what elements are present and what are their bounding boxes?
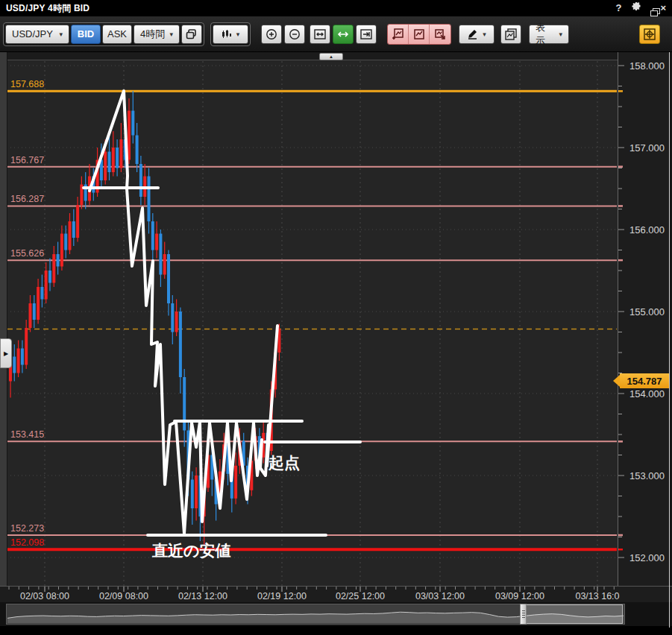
candle-body [195,476,198,508]
fit-width-button[interactable] [333,25,354,44]
candle-body [175,312,178,332]
time-axis-label: 02/19 12:00 [257,591,307,601]
chart-list-button[interactable] [409,25,430,44]
candle-body [13,357,16,373]
chevron-down-icon: ▾ [483,31,486,38]
ask-button[interactable]: ASK [102,25,132,44]
toolbar: USD/JPY ▾ BID ASK 4時間 ▾ ▾ [0,16,672,52]
chart-plot-area[interactable]: 157.688156.767156.287155.626153.415152.2… [7,52,618,586]
price-axis-label: 153.000 [629,470,665,481]
annotation-text: 起点 [268,454,300,472]
close-icon[interactable]: × [660,1,666,15]
time-axis-label: 02/03 08:00 [20,591,69,601]
candle-body [29,303,32,328]
navigator-window[interactable] [524,604,622,624]
chevron-down-icon: ▾ [169,31,173,38]
link-chart-button[interactable] [181,25,202,44]
fit-all-icon [314,29,326,40]
draw-tools-icon [467,28,478,40]
overlay-chart-button[interactable] [500,25,521,44]
time-axis-label: 03/03 12:00 [415,591,465,601]
candle-body [179,312,182,377]
candle-body [21,349,24,365]
crosshair-button[interactable] [639,25,660,44]
navigator-track[interactable] [6,604,625,625]
price-axis-label: 158.000 [629,60,665,72]
collapse-top-panel-tab[interactable]: ▲ [319,53,343,60]
zoom-out-button[interactable] [284,25,305,44]
chevron-down-icon: ▾ [559,31,562,38]
candle-body [112,148,115,172]
draw-tools-button[interactable]: ▾ [459,25,494,44]
annotation-text: 直近の安値 [151,542,231,559]
symbol-group: USD/JPY ▾ BID ASK 4時間 ▾ [3,22,204,46]
chart-region: 157.688156.767156.287155.626153.415152.2… [0,52,672,586]
left-panel-strip [0,52,7,586]
navigator-handle[interactable] [520,604,527,625]
current-price-value: 154.787 [620,373,669,388]
candle-body [57,254,60,267]
chart-list-icon [413,28,425,40]
candle-body [69,221,72,250]
add-chart-button[interactable] [388,25,409,44]
chart-type-candle-icon [222,29,232,40]
zoom-in-button[interactable] [261,25,282,44]
candle-body [76,205,79,238]
chart-navigator [0,602,672,626]
candle-body [108,152,111,173]
candle-body [171,303,174,332]
candle-body [37,287,40,320]
candle-body [60,234,63,267]
candle-body [33,303,36,320]
timeframe-select[interactable]: 4時間 ▾ [134,25,180,44]
display-menu-button[interactable]: 表示 ▾ [529,25,569,44]
timeframe-value: 4時間 [140,28,165,41]
candle-body [45,271,48,300]
price-axis-label: 156.000 [629,224,665,236]
symbol-select[interactable]: USD/JPY ▾ [5,25,69,44]
time-axis[interactable]: 02/03 08:0002/09 08:0002/13 12:0002/19 1… [0,586,672,603]
price-axis[interactable]: 158.000157.000156.000155.000154.000153.0… [618,52,670,586]
candle-body [72,221,75,238]
top-panel-strip [7,52,618,60]
display-menu-label: 表示 [536,21,554,48]
link-chart-icon [186,29,198,40]
expand-left-panel-tab[interactable]: ▶ [0,338,12,368]
time-axis-label: 02/09 08:00 [99,591,148,601]
price-line-label: 153.415 [10,429,44,440]
go-to-latest-button[interactable] [356,25,377,44]
gear-icon[interactable] [631,1,641,15]
add-chart-icon [392,28,404,40]
help-icon[interactable]: ? [615,1,621,15]
detach-chart-icon [434,28,446,40]
symbol-value: USD/JPY [12,28,53,40]
titlebar: USD/JPY 4時間 BID ? × [0,0,672,16]
chart-type-select[interactable]: ▾ [213,25,248,44]
time-axis-label: 02/25 12:00 [336,591,385,601]
candle-body [163,254,166,275]
price-axis-label: 152.000 [629,552,665,563]
bottom-strip [0,626,672,635]
candle-body [119,139,122,168]
price-line-label: 157.688 [10,79,44,89]
price-line-label: 152.273 [10,523,44,534]
detach-chart-button[interactable] [430,25,450,44]
crosshair-icon [644,28,656,40]
candle-body [136,136,139,165]
price-axis-label: 155.000 [629,306,665,318]
candle-body [64,234,67,250]
candle-body [48,271,51,283]
price-line-label: 156.287 [10,194,44,204]
candle-body [148,177,151,222]
trading-chart-window: USD/JPY 4時間 BID ? × USD/JPY ▾ BID ASK 4時… [0,0,672,635]
window-right-border [669,52,670,628]
fit-all-button[interactable] [310,25,330,44]
candle-body [116,148,119,168]
chart-management-group [387,24,451,45]
current-price-tag: 154.787 [613,373,669,388]
time-axis-label: 02/13 12:00 [178,591,227,601]
candle-body [104,152,107,181]
candlestick-chart[interactable]: 157.688156.767156.287155.626153.415152.2… [7,52,618,586]
zoom-in-icon [266,28,277,40]
bid-button[interactable]: BID [71,25,101,44]
